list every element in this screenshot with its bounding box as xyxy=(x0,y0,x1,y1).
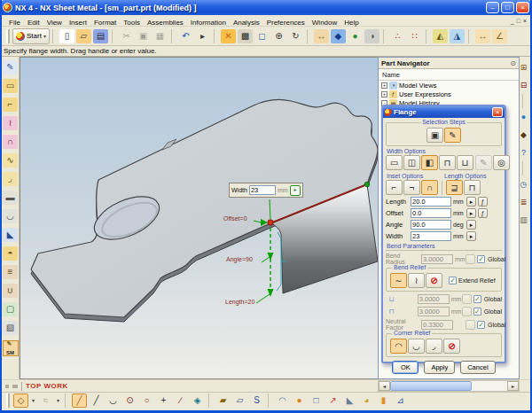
relief-width-global-checkbox[interactable] xyxy=(473,308,481,316)
extend-relief-checkbox[interactable] xyxy=(449,277,457,284)
corner-relief-bend-face-chain-icon[interactable]: ◞ xyxy=(426,339,442,354)
menu-preferences[interactable]: Preferences xyxy=(263,19,309,27)
deviation-check-icon[interactable]: ◮ xyxy=(450,29,465,43)
bend-relief-none-icon[interactable]: ⊘ xyxy=(426,273,442,288)
width-full-icon[interactable]: ▭ xyxy=(386,155,403,170)
maximize-button[interactable]: □ xyxy=(501,2,514,13)
navigator-horizontal-scrollbar[interactable]: ◂ ▸ xyxy=(378,380,520,392)
scroll-left-icon[interactable]: ◂ xyxy=(379,381,390,391)
geometry-analysis-icon[interactable]: ◭ xyxy=(433,29,448,43)
inset-material-inside-icon[interactable]: ⌐ xyxy=(386,180,403,195)
pad-icon[interactable]: ⊿ xyxy=(393,394,408,408)
pan-view-icon[interactable]: ↔ xyxy=(314,29,329,43)
neutral-factor-global-checkbox[interactable] xyxy=(477,321,485,329)
orient-view-icon[interactable]: ◆ xyxy=(331,29,346,43)
apply-button[interactable]: Apply xyxy=(424,361,455,374)
fillet-curve-icon[interactable]: ◡ xyxy=(106,394,121,408)
unbend-icon[interactable]: ▬ xyxy=(3,191,18,205)
snap-point-icon[interactable]: ◇ xyxy=(13,394,28,408)
length-input[interactable] xyxy=(411,197,451,206)
extrude-icon[interactable]: ◈ xyxy=(190,394,205,408)
length-options-flyout-button[interactable]: ▸ xyxy=(466,197,476,206)
dock-grip[interactable] xyxy=(12,385,18,388)
menu-window[interactable]: Window xyxy=(309,19,340,27)
dimple-icon[interactable]: ◓ xyxy=(3,246,18,261)
sheet-metal-tab-icon[interactable]: ▭ xyxy=(3,79,18,93)
basic-curves-icon[interactable]: ╱ xyxy=(89,394,104,408)
sketch-curve-icon[interactable]: S xyxy=(249,394,264,408)
width-annotation-button[interactable]: + xyxy=(290,185,301,196)
bend-radius-global-checkbox[interactable] xyxy=(477,255,485,263)
width-annotation-input[interactable] xyxy=(249,185,276,195)
width-from-both-ends-icon[interactable]: ⊔ xyxy=(457,155,473,170)
circle-icon[interactable]: ○ xyxy=(139,394,154,408)
undo-icon[interactable]: ↶ xyxy=(178,29,193,43)
preview-icon[interactable]: ◎ xyxy=(493,155,510,170)
fit-view-icon[interactable]: ✕ xyxy=(221,29,236,43)
width-at-end-icon[interactable]: ◧ xyxy=(421,155,438,170)
mdi-restore-button[interactable]: □ xyxy=(517,18,520,24)
hem-flange-icon[interactable]: ∩ xyxy=(3,135,18,149)
dock-grip[interactable] xyxy=(5,385,9,388)
menu-format[interactable]: Format xyxy=(90,19,120,27)
face-analysis-icon[interactable]: ◑ xyxy=(364,29,379,43)
dialog-close-icon[interactable]: × xyxy=(492,107,503,117)
flat-pattern-icon[interactable]: ▧ xyxy=(3,321,18,335)
menu-view[interactable]: View xyxy=(43,19,66,27)
expand-toggle-icon[interactable]: + xyxy=(381,91,387,97)
name-column-header[interactable]: Name xyxy=(379,69,519,81)
relief-depth-global-checkbox[interactable] xyxy=(473,295,481,303)
line-point-icon[interactable]: ∕ xyxy=(173,394,188,408)
datum-plane-icon[interactable]: ▱ xyxy=(232,394,247,408)
corner-relief-none-icon[interactable]: ⊘ xyxy=(443,339,460,354)
tree-item-model-views[interactable]: +◑Model Views xyxy=(379,81,519,90)
bend-icon[interactable]: ◞ xyxy=(3,172,18,186)
bead-icon[interactable]: ∪ xyxy=(3,284,18,298)
sketch-icon[interactable]: ✎ xyxy=(3,60,18,74)
menu-file[interactable]: File xyxy=(5,19,24,27)
expand-toggle-icon[interactable]: + xyxy=(381,82,387,89)
start-menu-button[interactable]: Start ▾ xyxy=(12,28,50,44)
sheet-metal-workbench-button[interactable]: SM xyxy=(3,340,19,356)
vector-set-icon[interactable]: ∷ xyxy=(407,29,422,43)
width-at-center-icon[interactable]: ◫ xyxy=(403,155,420,170)
toolbar-grip[interactable] xyxy=(6,29,10,43)
menu-information[interactable]: Information xyxy=(187,19,230,27)
width-input[interactable] xyxy=(411,231,451,241)
length-from-inside-icon[interactable]: ⊓ xyxy=(464,180,481,195)
flange-icon[interactable]: ⌐ xyxy=(3,97,18,112)
flange-dialog-titlebar[interactable]: Flange × xyxy=(383,106,505,118)
select-face-step-icon[interactable]: ▣ xyxy=(426,128,443,143)
point-caret[interactable]: ▾ xyxy=(55,394,61,408)
offset-formula-button[interactable]: ƒ xyxy=(478,208,488,218)
part-navigator-header[interactable]: Part Navigator ⊙ xyxy=(379,58,519,69)
snap-point-caret[interactable]: ▾ xyxy=(30,394,36,408)
mdi-minimize-button[interactable]: _ xyxy=(511,18,514,24)
toolbar-grip[interactable] xyxy=(6,394,10,408)
close-button[interactable]: × xyxy=(516,2,529,13)
block-icon[interactable]: □ xyxy=(309,394,324,408)
move-face-icon[interactable]: ◣ xyxy=(342,394,357,408)
contour-flange-icon[interactable]: ≀ xyxy=(3,116,18,130)
zoom-box-icon[interactable]: ◻ xyxy=(254,29,270,43)
width-options-flyout-button[interactable]: ▸ xyxy=(466,231,476,241)
width-from-end-icon[interactable]: ⊓ xyxy=(439,155,456,170)
angle-handle-label[interactable]: Angle=90 xyxy=(226,256,253,262)
drawn-cutout-icon[interactable]: ▢ xyxy=(3,302,18,316)
line-icon[interactable]: ╱ xyxy=(72,394,87,408)
menu-tools[interactable]: Tools xyxy=(120,19,144,27)
scroll-right-icon[interactable]: ▸ xyxy=(507,381,519,391)
angle-input[interactable] xyxy=(411,220,451,230)
point-set-icon[interactable]: ∴ xyxy=(390,29,405,43)
sphere-icon[interactable]: ● xyxy=(292,394,307,408)
closed-corner-icon[interactable]: ◣ xyxy=(3,228,18,242)
menu-insert[interactable]: Insert xyxy=(66,19,90,27)
minimize-button[interactable]: – xyxy=(486,2,499,13)
offset-handle-label[interactable]: Offset=0 xyxy=(223,215,247,222)
measure-distance-icon[interactable]: ↔ xyxy=(475,29,490,43)
menu-analysis[interactable]: Analysis xyxy=(230,19,263,27)
save-icon[interactable]: ▤ xyxy=(93,29,108,43)
draft-icon[interactable]: ↗ xyxy=(325,394,340,408)
inset-material-outside-icon[interactable]: ¬ xyxy=(403,180,420,195)
point-icon[interactable]: + xyxy=(156,394,171,408)
